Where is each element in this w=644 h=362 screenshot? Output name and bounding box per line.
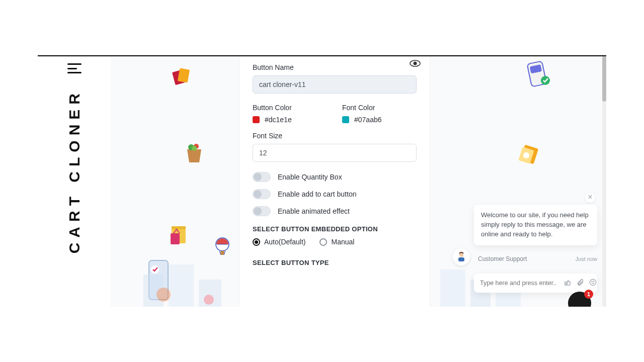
svg-rect-21: [169, 264, 194, 307]
avatar: [453, 248, 470, 265]
settings-card: Button Name Button Color #dc1e1e Font Co…: [239, 56, 430, 307]
font-color-swatch: [342, 116, 349, 123]
attachment-icon[interactable]: [577, 279, 584, 288]
radio-manual-label: Manual: [331, 238, 354, 246]
chat-timestamp: Just now: [576, 256, 597, 262]
button-color-swatch: [253, 116, 260, 123]
font-color-picker[interactable]: #07aab6: [342, 116, 417, 124]
font-size-input[interactable]: [253, 144, 417, 162]
button-color-label: Button Color: [253, 104, 327, 112]
toggle-addtocart-label: Enable add to cart button: [278, 190, 356, 198]
shopping-bag-icon: [169, 64, 193, 90]
grocery-bag-icon: [181, 139, 207, 167]
app-viewport: CART CLONER: [38, 55, 606, 307]
phone-check-icon: [523, 60, 553, 90]
scrollbar[interactable]: [602, 56, 606, 307]
chat-message: Welcome to our site, if you need help si…: [474, 205, 597, 245]
radio-auto[interactable]: Auto(Default): [253, 238, 305, 246]
font-size-label: Font Size: [253, 132, 417, 140]
svg-point-32: [590, 279, 596, 286]
chat-close-icon[interactable]: ×: [585, 193, 595, 203]
embed-section-title: SELECT BUTTON EMBEDDED OPTION: [253, 225, 417, 233]
font-color-label: Font Color: [342, 104, 417, 112]
gift-bag-icon: [167, 218, 192, 248]
thumbs-up-icon[interactable]: [564, 279, 572, 288]
chat-agent-name: Customer Support: [478, 255, 571, 262]
scrollbar-thumb[interactable]: [602, 56, 606, 102]
font-color-value: #07aab6: [354, 116, 382, 124]
svg-rect-31: [458, 257, 464, 261]
toggle-animated[interactable]: [253, 206, 271, 216]
button-color-picker[interactable]: #dc1e1e: [253, 116, 327, 124]
city-illustration: [133, 254, 244, 307]
chat-text-input[interactable]: [480, 280, 559, 287]
preview-eye-icon[interactable]: [410, 59, 421, 70]
brand-title: CART CLONER: [66, 88, 83, 253]
toggle-quantity-box[interactable]: [253, 172, 271, 182]
svg-point-29: [414, 62, 417, 65]
menu-icon[interactable]: [67, 63, 82, 73]
radio-auto-label: Auto(Default): [264, 238, 305, 246]
toggle-quantity-label: Enable Quantity Box: [278, 173, 342, 181]
toggle-add-to-cart[interactable]: [253, 189, 271, 199]
type-section-title: SELECT BUTTON TYPE: [253, 259, 417, 266]
chat-fab[interactable]: 1: [568, 292, 591, 307]
button-name-label: Button Name: [253, 63, 417, 71]
chat-input-bar: [474, 274, 597, 293]
chat-badge: 1: [584, 290, 593, 299]
sidebar: CART CLONER: [38, 56, 111, 307]
svg-rect-25: [440, 269, 465, 307]
svg-rect-1: [178, 68, 190, 82]
button-name-input[interactable]: [253, 75, 417, 94]
svg-point-4: [192, 146, 197, 151]
radio-manual[interactable]: Manual: [319, 238, 354, 246]
toggle-animated-label: Enable animated effect: [278, 207, 350, 215]
svg-point-23: [156, 288, 171, 302]
svg-rect-7: [171, 233, 180, 244]
shopping-bag-yellow-icon: [515, 139, 543, 169]
button-color-value: #dc1e1e: [265, 116, 292, 124]
emoji-icon[interactable]: [589, 279, 597, 288]
svg-point-33: [592, 281, 592, 282]
chat-widget: × Welcome to our site, if you need help …: [474, 205, 597, 293]
svg-rect-6: [172, 226, 186, 229]
svg-point-34: [594, 281, 594, 282]
svg-point-24: [204, 295, 214, 305]
